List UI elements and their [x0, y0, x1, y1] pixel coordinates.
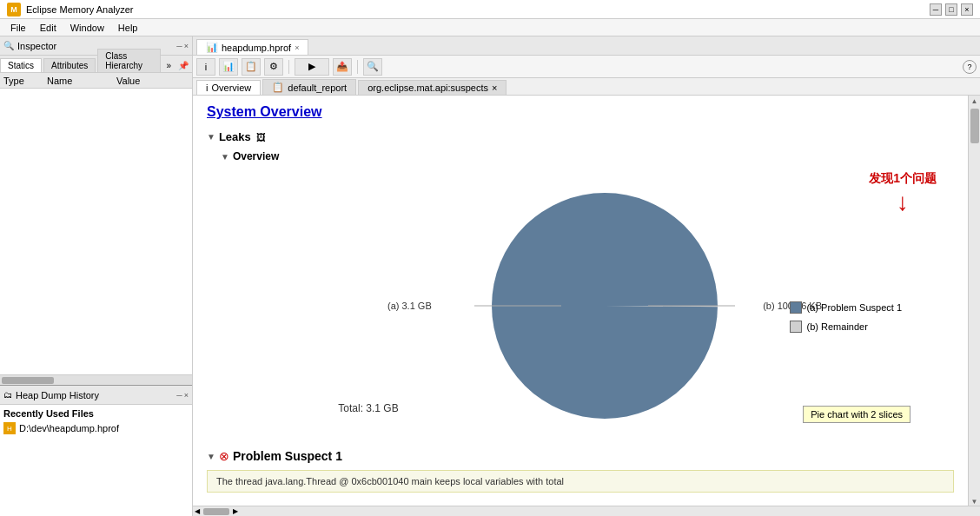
overview-sub-label: Overview — [233, 150, 279, 162]
title-bar: M Eclipse Memory Analyzer ─ □ × — [0, 0, 980, 19]
legend-color-b — [790, 321, 802, 333]
tooltip-text: Pie chart with 2 slices — [811, 409, 903, 420]
inner-tab-default-report[interactable]: 📋 default_report — [262, 79, 356, 95]
tab-heapdump-label: heapdump.hprof — [222, 43, 291, 53]
inspector-header: 🔍 Inspector ─ × — [0, 36, 192, 56]
annotation-text: 发现1个问题 — [869, 171, 937, 187]
vertical-scrollbar[interactable]: ▲ ▼ — [968, 96, 980, 506]
menu-help[interactable]: Help — [111, 21, 145, 35]
heap-file-icon: H — [3, 422, 16, 434]
heap-history-close-btn[interactable]: × — [184, 391, 189, 400]
chart-area: 发现1个问题 ↓ (a) 3. — [255, 171, 954, 440]
toolbar-config-btn[interactable]: ⚙ — [264, 58, 283, 76]
toolbar-export-btn[interactable]: 📤 — [333, 58, 352, 76]
inner-tab-report-icon: 📋 — [272, 82, 284, 93]
left-sidebar: 🔍 Inspector ─ × Statics Attributes Class… — [0, 36, 193, 516]
inner-tab-overview[interactable]: i Overview — [196, 80, 261, 95]
inspector-scrollbar-h[interactable] — [0, 374, 192, 385]
problem-desc-text: The thread java.lang.Thread @ 0x6cb00104… — [216, 476, 564, 486]
annotation-arrow: ↓ — [869, 190, 937, 215]
scroll-down-arrow[interactable]: ▼ — [971, 498, 978, 506]
inspector-panel: 🔍 Inspector ─ × Statics Attributes Class… — [0, 36, 192, 386]
tab-class-hierarchy[interactable]: Class Hierarchy — [97, 49, 161, 72]
heap-file-path: D:\dev\heapdump.hprof — [19, 423, 119, 433]
heap-file-item[interactable]: H D:\dev\heapdump.hprof — [3, 422, 189, 434]
scroll-right-arrow[interactable]: ▶ — [231, 507, 240, 515]
maximize-button[interactable]: □ — [945, 3, 957, 16]
inner-tab-report-label: default_report — [288, 83, 347, 93]
tab-heapdump[interactable]: 📊 heapdump.hprof × — [196, 39, 308, 55]
toolbar-sep2 — [357, 60, 358, 74]
toolbar-run-btn[interactable]: ▶ — [295, 58, 329, 76]
heap-history-minimize-btn[interactable]: ─ — [176, 391, 182, 400]
inspector-minimize-btn[interactable]: ─ — [176, 42, 182, 50]
inner-tab-overview-icon: i — [206, 83, 208, 93]
heap-history-content: Recently Used Files H D:\dev\heapdump.hp… — [0, 405, 192, 516]
leaks-icon: 🖼 — [256, 132, 266, 142]
pie-total: Total: 3.1 GB — [338, 402, 398, 414]
tab-heapdump-icon: 📊 — [206, 42, 218, 53]
inner-tab-suspects-label: org.eclipse.mat.api:suspects — [368, 83, 488, 93]
pie-label-a: (a) 3.1 GB — [387, 301, 432, 311]
leaks-section-toggle[interactable]: ▼ Leaks 🖼 — [207, 130, 954, 143]
toolbar: i 📊 📋 ⚙ ▶ 📤 🔍 ? — [193, 56, 980, 78]
minimize-button[interactable]: ─ — [930, 3, 942, 16]
leaks-label: Leaks — [219, 130, 251, 143]
toolbar-info-btn[interactable]: i — [196, 58, 215, 76]
menu-window[interactable]: Window — [63, 21, 111, 35]
col-type: Type — [0, 76, 43, 86]
system-overview-title[interactable]: System Overview — [207, 104, 954, 120]
pie-chart-container: (a) 3.1 GB (b) 1002.6 KB — [483, 184, 726, 427]
legend-label-a: (a) Problem Suspect 1 — [807, 302, 902, 313]
tab-pin-btn[interactable]: 📌 — [175, 59, 192, 72]
connector-right — [648, 306, 735, 307]
title-bar-controls: ─ □ × — [930, 3, 973, 16]
scrollbar-v-thumb[interactable] — [970, 109, 979, 143]
toolbar-search-btn[interactable]: 🔍 — [363, 58, 382, 76]
chart-legend: (a) Problem Suspect 1 (b) Remainder — [790, 301, 902, 333]
scroll-left-arrow[interactable]: ◀ — [193, 507, 202, 515]
scroll-up-arrow[interactable]: ▲ — [971, 97, 978, 105]
inner-tab-suspects[interactable]: org.eclipse.mat.api:suspects × — [358, 80, 507, 95]
tabs-more-btn[interactable]: » — [162, 59, 175, 72]
app-icon-letter: M — [10, 5, 17, 14]
recently-used-label: Recently Used Files — [3, 408, 189, 419]
heap-history-icon: 🗂 — [3, 390, 12, 400]
inspector-close-btn[interactable]: × — [184, 42, 189, 50]
close-button[interactable]: × — [961, 3, 973, 16]
inner-tab-bar: i Overview 📋 default_report org.eclipse.… — [193, 78, 980, 96]
tab-attributes[interactable]: Attributes — [43, 58, 96, 72]
col-name: Name — [43, 76, 113, 86]
problem-suspect-toggle[interactable]: ▼ ⊗ Problem Suspect 1 — [207, 449, 954, 463]
legend-color-a — [790, 301, 802, 314]
bottom-scrollbar-thumb[interactable] — [203, 508, 229, 515]
toolbar-report-btn[interactable]: 📋 — [242, 58, 261, 76]
leaks-triangle-icon: ▼ — [207, 132, 215, 142]
right-content: 📊 heapdump.hprof × i 📊 📋 ⚙ ▶ 📤 🔍 ? i Ove… — [193, 36, 980, 516]
col-value: Value — [113, 76, 192, 86]
problem-error-icon: ⊗ — [219, 449, 229, 463]
scrollbar-thumb-h[interactable] — [2, 377, 54, 384]
annotation: 发现1个问题 ↓ — [869, 171, 937, 215]
tooltip-box: Pie chart with 2 slices — [803, 406, 910, 423]
inspector-tabs: Statics Attributes Class Hierarchy » 📌 — [0, 56, 192, 73]
toolbar-sep1 — [288, 60, 289, 74]
menu-edit[interactable]: Edit — [33, 21, 63, 35]
problem-suspect-label: Problem Suspect 1 — [233, 449, 342, 463]
menu-bar: File Edit Window Help — [0, 19, 980, 36]
inner-tab-overview-label: Overview — [211, 83, 251, 93]
bottom-scrollbar[interactable]: ◀ ▶ — [193, 506, 980, 516]
tab-heapdump-close[interactable]: × — [295, 43, 299, 52]
help-button[interactable]: ? — [963, 60, 977, 74]
menu-file[interactable]: File — [3, 21, 33, 35]
content-tab-bar: 📊 heapdump.hprof × — [193, 36, 980, 56]
inner-tab-suspects-close[interactable]: × — [492, 83, 497, 93]
connector-left — [474, 306, 561, 307]
toolbar-chart-btn[interactable]: 📊 — [219, 58, 238, 76]
problem-description: The thread java.lang.Thread @ 0x6cb00104… — [207, 470, 954, 493]
app-icon: M — [7, 3, 21, 17]
tab-statics[interactable]: Statics — [0, 58, 42, 72]
legend-item-a: (a) Problem Suspect 1 — [790, 301, 902, 314]
heap-history-panel: 🗂 Heap Dump History ─ × Recently Used Fi… — [0, 386, 192, 516]
overview-toggle[interactable]: ▼ Overview — [221, 150, 954, 162]
